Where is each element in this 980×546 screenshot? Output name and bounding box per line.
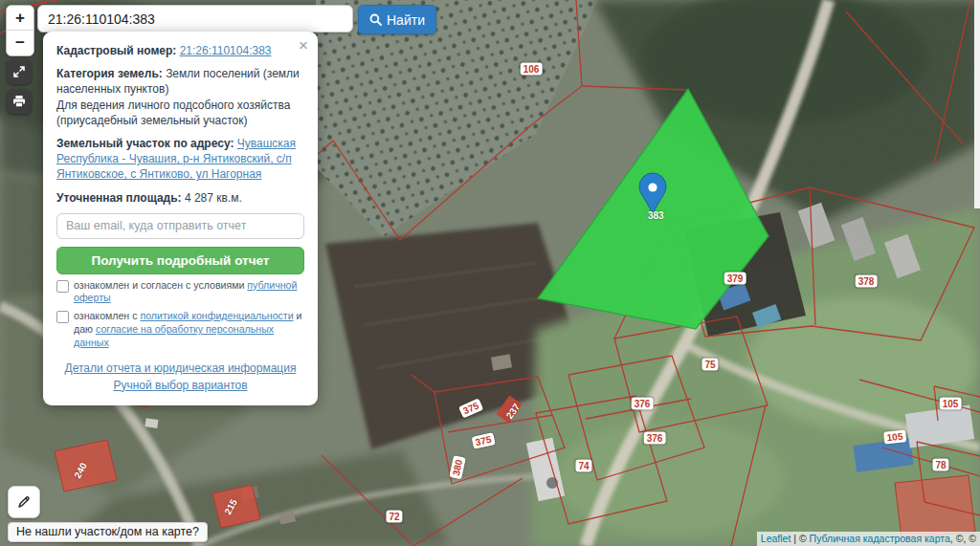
map-edge-strip xyxy=(974,0,980,208)
report-details-link[interactable]: Детали отчета и юридическая информация xyxy=(56,360,304,377)
zoom-in-button[interactable]: + xyxy=(7,6,33,31)
usage-line2: (приусадебный земельный участок) xyxy=(56,114,247,127)
privacy-checkbox-label: ознакомлен с политикой конфиденциальност… xyxy=(74,310,304,349)
personal-data-link[interactable]: согласие на обработку персональных данны… xyxy=(74,323,274,348)
usage-line1: Для ведения личного подсобного хозяйства xyxy=(56,98,290,112)
pkk-link[interactable]: Публичная кадастровая карта xyxy=(810,533,950,544)
printer-icon xyxy=(12,95,26,108)
expand-icon xyxy=(12,65,26,78)
map-stage: 1063793787537637637537538074721051057823… xyxy=(0,0,980,546)
privacy-policy-link[interactable]: политикой конфиденциальности xyxy=(140,310,293,321)
attrib-tail: , ©, © xyxy=(950,533,976,544)
search-bar xyxy=(37,5,353,33)
offer-text: ознакомлен и согласен с условиями xyxy=(74,279,247,291)
pencil-icon xyxy=(16,494,32,510)
fullscreen-button[interactable] xyxy=(7,59,32,84)
address-label: Земельный участок по адресу: xyxy=(56,137,234,150)
privacy-checkbox-row: ознакомлен с политикой конфиденциальност… xyxy=(56,310,304,349)
cadastral-number-link[interactable]: 21:26:110104:383 xyxy=(180,44,272,57)
find-button[interactable]: Найти xyxy=(358,5,436,34)
parcel-info-popup: × Кадастровый номер: 21:26:110104:383 Ка… xyxy=(43,32,318,405)
offer-checkbox[interactable] xyxy=(56,280,69,293)
privacy-checkbox[interactable] xyxy=(56,311,69,323)
find-button-label: Найти xyxy=(387,12,425,28)
category-label: Категория земель: xyxy=(56,67,163,80)
zoom-control: + − xyxy=(6,5,34,56)
popup-bottom-links: Детали отчета и юридическая информация Р… xyxy=(56,360,304,394)
not-found-button[interactable]: Не нашли участок/дом на карте? xyxy=(8,522,208,542)
search-icon xyxy=(369,13,382,26)
map-attribution: Leaflet | © Публичная кадастровая карта,… xyxy=(757,532,980,546)
get-report-button[interactable]: Получить подробный отчет xyxy=(56,247,304,274)
draw-button[interactable] xyxy=(8,486,40,518)
area-value: 4 287 кв.м. xyxy=(185,191,242,205)
offer-checkbox-row: ознакомлен и согласен с условиями публич… xyxy=(56,279,304,306)
search-input[interactable] xyxy=(38,6,352,32)
manual-choice-link[interactable]: Ручной выбор вариантов xyxy=(56,377,304,394)
marker-parcel-label: 383 xyxy=(648,210,664,221)
attrib-sep: | © xyxy=(791,533,809,544)
print-button[interactable] xyxy=(7,89,32,114)
privacy-text1: ознакомлен с xyxy=(74,310,140,321)
close-icon[interactable]: × xyxy=(299,37,308,54)
area-row: Уточненная площадь: 4 287 кв.м. xyxy=(56,190,304,206)
email-field[interactable] xyxy=(56,213,304,239)
category-row: Категория земель: Земли поселений (земли… xyxy=(56,66,304,128)
area-label: Уточненная площадь: xyxy=(56,191,182,205)
zoom-out-button[interactable]: − xyxy=(7,31,33,55)
offer-checkbox-label: ознакомлен и согласен с условиями публич… xyxy=(74,279,304,306)
leaflet-link[interactable]: Leaflet xyxy=(761,533,791,544)
cadastral-number-row: Кадастровый номер: 21:26:110104:383 xyxy=(56,43,304,58)
address-row: Земельный участок по адресу: Чувашская Р… xyxy=(56,136,304,183)
cadastral-number-label: Кадастровый номер: xyxy=(56,44,176,57)
